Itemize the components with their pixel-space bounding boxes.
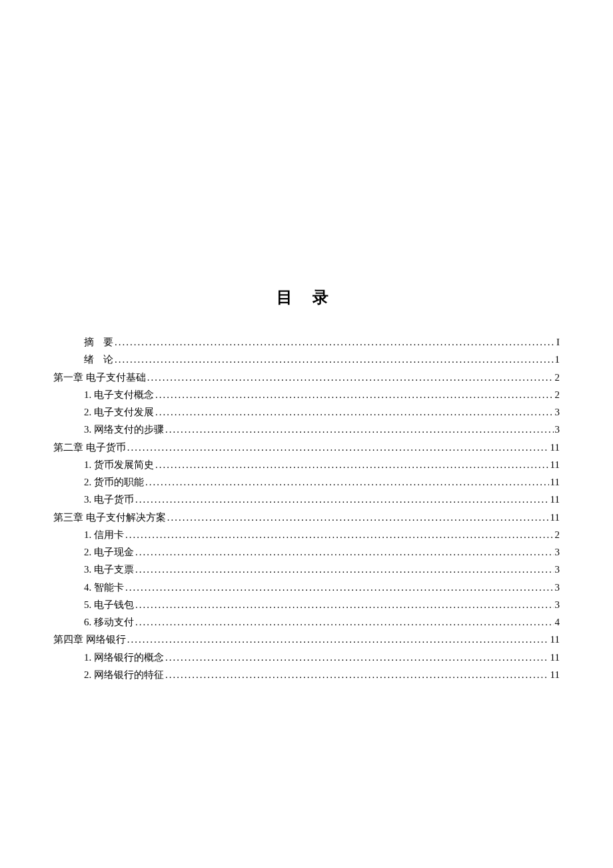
toc-entry: 摘要I <box>53 333 560 351</box>
toc-entry: 第三章 电子支付解决方案11 <box>53 509 560 526</box>
toc-entry: 第四章 网络银行11 <box>53 631 560 648</box>
toc-entry-page: 11 <box>550 456 560 473</box>
toc-leader-dots <box>165 421 554 438</box>
toc-leader-dots <box>135 543 554 561</box>
toc-entry-page: 11 <box>550 509 560 526</box>
toc-entry-label: 6. 移动支付 <box>84 613 134 631</box>
toc-entry: 绪论1 <box>53 351 560 368</box>
toc-entry: 3. 电子支票3 <box>53 561 560 578</box>
toc-label-char: 摘 <box>84 337 94 347</box>
toc-leader-dots <box>155 456 549 473</box>
toc-entry: 3. 电子货币11 <box>53 491 560 508</box>
toc-entry-page: 11 <box>550 631 560 648</box>
toc-entry: 2. 货币的职能11 <box>53 473 560 491</box>
toc-entry-page: 11 <box>550 491 560 508</box>
toc-entry-page: 2 <box>555 369 560 386</box>
toc-entry: 2. 网络银行的特征11 <box>53 666 560 683</box>
toc-leader-dots <box>145 473 549 491</box>
toc-entry-page: I <box>556 333 560 351</box>
toc-entry-page: 11 <box>550 439 560 456</box>
toc-entry: 2. 电子现金3 <box>53 543 560 561</box>
toc-entry-page: 3 <box>555 403 560 421</box>
toc-leader-dots <box>165 649 549 666</box>
toc-entry-label: 2. 电子支付发展 <box>84 403 154 421</box>
toc-entry-label: 第四章 网络银行 <box>53 631 126 648</box>
toc-label-char: 论 <box>103 354 113 365</box>
toc-entry-label: 1. 信用卡 <box>84 526 124 543</box>
toc-entry-label: 2. 网络银行的特征 <box>84 666 164 683</box>
toc-entry-page: 4 <box>555 613 560 631</box>
toc-leader-dots <box>155 403 554 421</box>
toc-entry-label: 第三章 电子支付解决方案 <box>53 509 166 526</box>
toc-leader-dots <box>127 631 549 648</box>
toc-entry-label: 绪论 <box>84 351 113 368</box>
toc-entry-page: 3 <box>555 561 560 578</box>
toc-entry: 1. 信用卡2 <box>53 526 560 543</box>
toc-entry: 第二章 电子货币11 <box>53 439 560 456</box>
toc-entry-label: 2. 电子现金 <box>84 543 134 561</box>
toc-leader-dots <box>135 561 554 578</box>
toc-entry-label: 1. 货币发展简史 <box>84 456 154 473</box>
toc-entry-label: 1. 电子支付概念 <box>84 386 154 403</box>
toc-entry: 3. 网络支付的步骤3 <box>53 421 560 438</box>
toc-leader-dots <box>125 579 554 596</box>
toc-entry: 6. 移动支付4 <box>53 613 560 631</box>
toc-entry-page: 11 <box>550 666 560 683</box>
toc-entry-page: 3 <box>555 543 560 561</box>
toc-leader-dots <box>125 526 554 543</box>
toc-entry-label: 3. 电子支票 <box>84 561 134 578</box>
toc-entry-page: 11 <box>550 649 560 666</box>
toc-leader-dots <box>135 613 554 631</box>
toc-entry-label: 2. 货币的职能 <box>84 473 144 491</box>
toc-entry-page: 3 <box>555 421 560 438</box>
toc-entry: 1. 网络银行的概念11 <box>53 649 560 666</box>
toc-leader-dots <box>155 386 554 403</box>
toc-entry: 1. 货币发展简史11 <box>53 456 560 473</box>
toc-leader-dots <box>127 439 549 456</box>
toc-entry-label: 3. 电子货币 <box>84 491 134 508</box>
toc-entry-label: 1. 网络银行的概念 <box>84 649 164 666</box>
toc-entry-page: 2 <box>555 526 560 543</box>
toc-entry: 第一章 电子支付基础2 <box>53 369 560 386</box>
toc-entry-label: 第二章 电子货币 <box>53 439 126 456</box>
toc-leader-dots <box>115 351 554 368</box>
toc-entry-label: 3. 网络支付的步骤 <box>84 421 164 438</box>
document-page: 目 录 摘要I绪论1第一章 电子支付基础21. 电子支付概念22. 电子支付发展… <box>0 0 613 683</box>
toc-entry-label: 摘要 <box>84 333 113 351</box>
toc-label-char: 绪 <box>84 354 94 365</box>
toc-entry: 2. 电子支付发展3 <box>53 403 560 421</box>
toc-leader-dots <box>135 491 549 508</box>
toc-leader-dots <box>165 666 549 683</box>
toc-entry: 4. 智能卡3 <box>53 579 560 596</box>
toc-leader-dots <box>135 596 554 613</box>
toc-entry-label: 第一章 电子支付基础 <box>53 369 146 386</box>
toc-leader-dots <box>147 369 554 386</box>
toc-entry: 1. 电子支付概念2 <box>53 386 560 403</box>
toc-label-char: 要 <box>103 337 113 347</box>
toc-leader-dots <box>167 509 549 526</box>
toc-entry-page: 3 <box>555 579 560 596</box>
toc-title: 目 录 <box>53 287 560 308</box>
toc-entry-page: 1 <box>555 351 560 368</box>
toc-entry-page: 3 <box>555 596 560 613</box>
toc-entry: 5. 电子钱包3 <box>53 596 560 613</box>
toc-leader-dots <box>115 333 555 351</box>
toc-entry-label: 5. 电子钱包 <box>84 596 134 613</box>
toc-entry-page: 2 <box>555 386 560 403</box>
toc-entry-page: 11 <box>550 473 560 491</box>
toc-entry-label: 4. 智能卡 <box>84 579 124 596</box>
toc-list: 摘要I绪论1第一章 电子支付基础21. 电子支付概念22. 电子支付发展33. … <box>53 333 560 683</box>
